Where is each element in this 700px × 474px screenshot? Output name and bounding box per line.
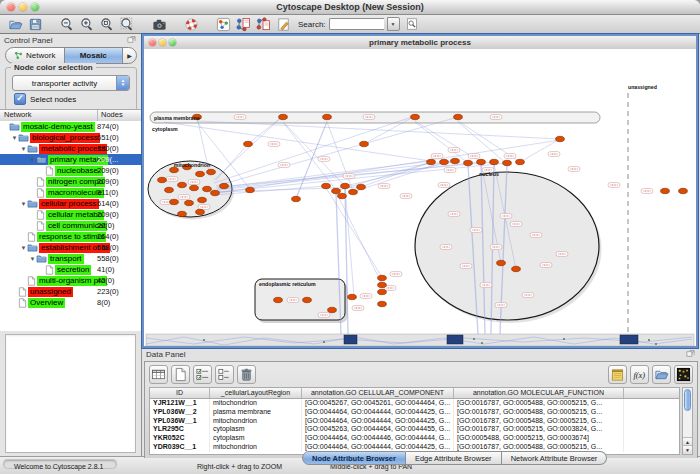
network-node[interactable]	[497, 260, 506, 265]
network-view-titlebar[interactable]: primary metabolic process	[144, 36, 696, 50]
notepad-button[interactable]	[608, 365, 627, 384]
disclosure-triangle-icon[interactable]: ▼	[20, 146, 27, 152]
tree-row-secretion[interactable]: secretion41(0)	[0, 264, 141, 275]
zoom-selected-region-button[interactable]	[118, 16, 136, 32]
network-canvas[interactable]: plasma membranecytoplasmmitochondrionnuc…	[144, 49, 696, 346]
network-node[interactable]	[490, 159, 499, 164]
float-panel-button[interactable]	[686, 349, 696, 359]
float-panel-button[interactable]	[127, 35, 137, 45]
tab-mosaic[interactable]: Mosaic	[64, 48, 123, 63]
network-node[interactable]	[279, 114, 288, 119]
network-node[interactable]	[411, 114, 420, 119]
minimize-button[interactable]	[159, 39, 166, 46]
network-node[interactable]	[332, 188, 341, 193]
network-node[interactable]	[378, 275, 387, 280]
network-node[interactable]	[378, 282, 387, 287]
search-config-button[interactable]	[403, 16, 421, 32]
column-header-nodes[interactable]: Nodes	[98, 110, 141, 121]
tab-network[interactable]: Network	[6, 48, 64, 63]
network-node[interactable]	[556, 136, 565, 141]
column-chooser-button[interactable]	[149, 365, 168, 384]
network-node[interactable]	[679, 188, 688, 193]
disclosure-triangle-icon[interactable]: ▼	[20, 245, 27, 251]
tree-row-macromolecule[interactable]: macromolecule311(0)	[0, 187, 141, 198]
network-node[interactable]	[357, 184, 366, 189]
network-node[interactable]	[246, 187, 255, 192]
close-button[interactable]	[7, 3, 15, 11]
network-node[interactable]	[207, 169, 216, 174]
zoom-button[interactable]	[169, 39, 176, 46]
minimize-button[interactable]	[19, 3, 27, 11]
network-node[interactable]	[661, 188, 670, 193]
open-session-button[interactable]	[6, 16, 24, 32]
zoom-out-button[interactable]	[58, 16, 76, 32]
disclosure-triangle-icon[interactable]: ▼	[11, 135, 18, 141]
scrollbar-thumb[interactable]	[684, 389, 691, 411]
tab-network-attribute-browser[interactable]: Network Attribute Browser	[502, 451, 608, 465]
network-node[interactable]	[427, 159, 436, 164]
network-node[interactable]	[512, 266, 521, 271]
tree-row-biological-process[interactable]: ▼biological_process651(0)	[0, 132, 141, 143]
unselect-attributes-button[interactable]	[215, 365, 234, 384]
table-vertical-scrollbar[interactable]: ▲ ▼	[682, 387, 693, 455]
network-node[interactable]	[170, 167, 179, 172]
network-node[interactable]	[203, 186, 212, 191]
network-node[interactable]	[244, 141, 253, 146]
search-dropdown-button[interactable]: ▼	[387, 17, 400, 31]
tab-node-attribute-browser[interactable]: Node Attribute Browser	[302, 451, 406, 465]
network-node[interactable]	[165, 187, 174, 192]
tree-row-response-to-stimul[interactable]: response to stimul264(0)	[0, 231, 141, 242]
tree-row-cellular-metabo[interactable]: cellular metabo209(0)	[0, 209, 141, 220]
network-node[interactable]	[516, 159, 525, 164]
save-session-button[interactable]	[26, 16, 44, 32]
formula-builder-button[interactable]: f(x)	[630, 365, 649, 384]
disclosure-triangle-icon[interactable]: ▼	[20, 201, 27, 207]
plugin-network-b-button[interactable]	[254, 16, 272, 32]
network-node[interactable]	[454, 114, 463, 119]
network-node[interactable]	[378, 289, 387, 294]
network-node[interactable]	[349, 189, 358, 194]
network-node[interactable]	[464, 160, 473, 165]
network-node[interactable]	[303, 297, 312, 302]
table-row[interactable]: YLR295Ccytoplasm[GO:0045263, GO:0044464,…	[150, 425, 679, 434]
network-node[interactable]	[322, 183, 331, 188]
tree-row-cell-communicat[interactable]: cell communicat22(0)	[0, 220, 141, 231]
tree-row-nitrogen-compo[interactable]: nitrogen compo209(0)	[0, 176, 141, 187]
network-node[interactable]	[196, 209, 205, 214]
disclosure-triangle-icon[interactable]: ▼	[29, 256, 36, 262]
network-node[interactable]	[341, 183, 350, 188]
birdseye-overview-panel[interactable]	[5, 334, 136, 453]
network-node[interactable]	[198, 197, 207, 202]
annotation-tool-button[interactable]	[274, 16, 292, 32]
import-attributes-button[interactable]	[652, 365, 671, 384]
network-node[interactable]	[158, 177, 167, 182]
zoom-button[interactable]	[31, 3, 39, 11]
column-header[interactable]: _cellularLayoutRegion	[210, 388, 302, 398]
network-node[interactable]	[503, 160, 512, 165]
zoom-fit-content-button[interactable]	[98, 16, 116, 32]
tree-row-transport[interactable]: ▼transport558(0)	[0, 253, 141, 264]
select-attributes-button[interactable]	[193, 365, 212, 384]
network-node[interactable]	[328, 307, 337, 312]
network-node[interactable]	[378, 301, 387, 306]
table-row[interactable]: YKR052Ccytoplasm[GO:0044464, GO:0044446,…	[150, 434, 679, 443]
tree-row-mosaic-demo-yeast[interactable]: mosaic-demo-yeast874(0)	[0, 121, 141, 132]
column-header[interactable]: annotation.GO CELLULAR_COMPONENT	[302, 388, 454, 398]
tab-overflow-button[interactable]: ▶	[122, 48, 136, 63]
tree-row-establishment-of-lo[interactable]: ▼establishment of lo558(0)	[0, 242, 141, 253]
help-button[interactable]	[182, 16, 200, 32]
network-node[interactable]	[211, 190, 220, 195]
network-node[interactable]	[274, 297, 283, 302]
table-row[interactable]: YPL036W__1mitochondrion[GO:0044464, GO:0…	[150, 417, 679, 426]
table-row[interactable]: YJR121W__1mitochondrion[GO:0045267, GO:0…	[150, 399, 679, 408]
tab-edge-attribute-browser[interactable]: Edge Attribute Browser	[406, 451, 502, 465]
network-node[interactable]	[196, 171, 205, 176]
network-node[interactable]	[292, 196, 301, 201]
tree-row-overview[interactable]: Overview8(0)	[0, 297, 141, 308]
network-node[interactable]	[190, 185, 199, 190]
tree-row-metabolic-process[interactable]: ▼metabolic process280(0)	[0, 143, 141, 154]
tree-row-multi-organism-pro[interactable]: multi-organism pro42(0)	[0, 275, 141, 286]
tree-row-unassigned[interactable]: unassigned223(0)	[0, 286, 141, 297]
network-node[interactable]	[170, 199, 179, 204]
network-node[interactable]	[323, 114, 332, 119]
